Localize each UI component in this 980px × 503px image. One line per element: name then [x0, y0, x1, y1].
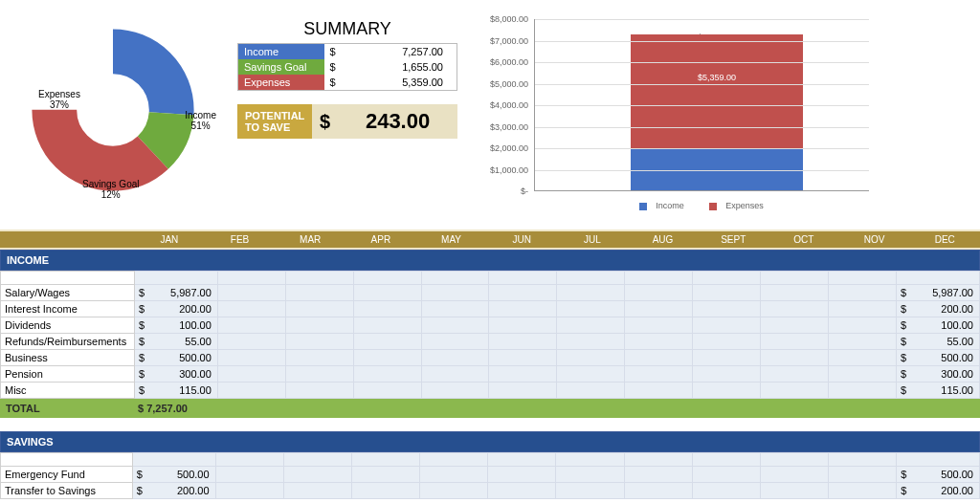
savings-section-header: SAVINGS [0, 431, 980, 452]
table-row[interactable]: Emergency Fund$500.00$500.00 [1, 467, 980, 483]
table-row[interactable]: Interest Income$200.00$200.00 [1, 301, 980, 317]
donut-label-income: Income51% [185, 110, 216, 131]
donut-chart: Income51% Savings Goal12% Expenses37% [8, 10, 218, 210]
bar-chart: $-$1,000.00$2,000.00$3,000.00$4,000.00$5… [477, 14, 972, 220]
table-row[interactable]: Transfer to Savings$200.00$200.00 [1, 483, 980, 499]
donut-label-savings: Savings Goal12% [82, 179, 139, 200]
months-header: JANFEBMARAPRMAYJUNJULAUGSEPTOCTNOVDEC [0, 230, 980, 250]
summary-table: Income$7,257.00 Savings Goal$1,655.00 Ex… [237, 43, 457, 91]
summary-title: SUMMARY [237, 19, 457, 39]
table-row[interactable]: Dividends$100.00$100.00 [1, 317, 980, 334]
table-row[interactable]: Misc$115.00$115.00 [1, 383, 980, 399]
bar-expenses-label: $5,359.00 [631, 73, 803, 82]
table-row[interactable]: Pension$300.00$300.00 [1, 366, 980, 383]
income-section-header: INCOME [0, 250, 980, 271]
potential-to-save: POTENTIALTO SAVE $ 243.00 [237, 104, 457, 139]
savings-table[interactable]: Emergency Fund$500.00$500.00Transfer to … [0, 452, 980, 499]
table-row[interactable]: Refunds/Reimbursements$55.00$55.00 [1, 334, 980, 350]
table-row[interactable]: Salary/Wages$5,987.00$5,987.00 [1, 285, 980, 301]
donut-label-expenses: Expenses37% [38, 89, 80, 110]
chart-legend: Income Expenses [534, 201, 869, 210]
table-row[interactable]: Business$500.00$500.00 [1, 350, 980, 366]
income-total-row: TOTAL $ 7,257.00 [0, 399, 980, 418]
income-table[interactable]: Salary/Wages$5,987.00$5,987.00Interest I… [0, 271, 980, 399]
summary-panel: SUMMARY Income$7,257.00 Savings Goal$1,6… [237, 19, 457, 220]
